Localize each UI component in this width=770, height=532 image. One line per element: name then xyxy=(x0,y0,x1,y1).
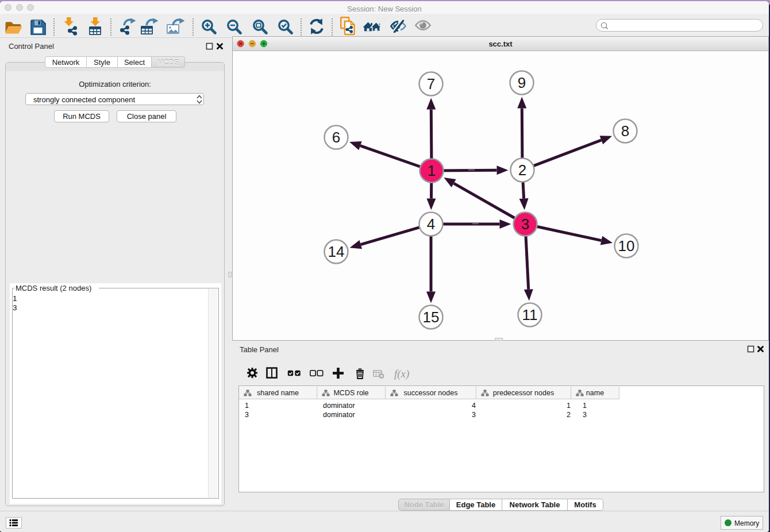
svg-text:8: 8 xyxy=(621,122,629,140)
svg-text:6: 6 xyxy=(332,129,340,146)
svg-text:3: 3 xyxy=(521,215,529,233)
svg-text:11: 11 xyxy=(522,306,538,323)
svg-text:15: 15 xyxy=(423,309,440,326)
svg-text:10: 10 xyxy=(618,237,635,255)
svg-text:7: 7 xyxy=(427,75,435,92)
svg-text:14: 14 xyxy=(328,243,345,260)
svg-text:9: 9 xyxy=(518,74,526,91)
svg-text:1: 1 xyxy=(428,162,436,179)
svg-text:4: 4 xyxy=(427,215,435,233)
svg-text:2: 2 xyxy=(518,161,526,179)
